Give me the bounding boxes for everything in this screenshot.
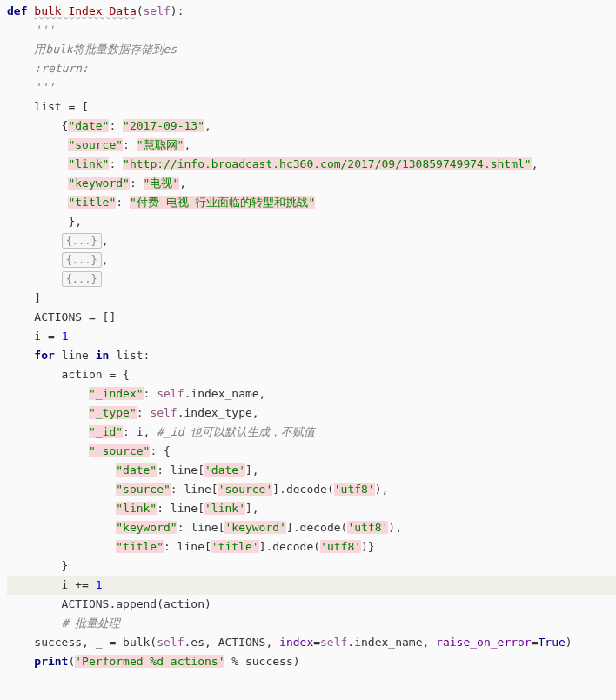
string-value: 'Performed %d actions' (75, 655, 224, 668)
code-line: "_index": self.index_name, (7, 384, 616, 403)
string-key: "date" (116, 463, 157, 477)
docstring: ''' (7, 23, 55, 37)
string-value: "电视" (144, 177, 180, 190)
string-value: 'date' (204, 463, 245, 477)
code-line: "date": line['date'], (7, 461, 616, 480)
code-line: "link": "http://info.broadcast.hc360.com… (7, 155, 616, 174)
keyword-def: def (7, 4, 34, 17)
code-line: "link": line['link'], (7, 499, 616, 518)
code-fold[interactable]: {...} (62, 233, 102, 249)
string-key: "source" (68, 138, 123, 151)
code-line: "_type": self.index_type, (7, 403, 616, 423)
code-line: {...}, (7, 250, 616, 270)
code-line: ACTIONS = [] (7, 308, 616, 327)
code-line: # 批量处理 (7, 614, 616, 633)
code-editor[interactable]: def bulk_Index_Data(self): ''' 用bulk将批量数… (0, 2, 616, 671)
kwarg: index (279, 636, 313, 649)
string-value: "http://info.broadcast.hc360.com/2017/09… (123, 157, 532, 170)
string-value: "付费 电视 行业面临的转型和挑战" (130, 196, 315, 209)
string-value: 'title' (211, 540, 259, 553)
string-key: "link" (116, 502, 157, 515)
code-line: }, (7, 212, 616, 231)
code-line: ] (7, 289, 616, 308)
code-line: 用bulk将批量数据存储到es (7, 40, 616, 59)
string-key: "_index" (89, 387, 144, 400)
code-line: "keyword": line['keyword'].decode('utf8'… (7, 518, 616, 537)
code-line: "source": line['source'].decode('utf8'), (7, 480, 616, 499)
code-line: {"date": "2017-09-13", (7, 117, 616, 136)
comment: #_id 也可以默认生成，不赋值 (157, 425, 315, 438)
string-key: "date" (68, 119, 109, 132)
code-line: "title": "付费 电视 行业面临的转型和挑战" (7, 193, 616, 212)
keyword-print: print (7, 655, 68, 668)
code-line: ACTIONS.append(action) (7, 595, 616, 614)
string-key: "link" (68, 157, 109, 170)
code-line: ''' (7, 78, 616, 97)
string-value: 'utf8' (347, 521, 388, 534)
code-line: } (7, 557, 616, 576)
string-key: "title" (68, 196, 116, 209)
code-line: print('Performed %d actions' % success) (7, 652, 616, 671)
function-name: bulk_Index_Data (34, 4, 136, 17)
self-ref: self (150, 406, 177, 419)
code-line: {...} (7, 270, 616, 289)
keyword-for: for (7, 349, 62, 362)
self-ref: self (157, 387, 184, 400)
string-value: 'keyword' (224, 521, 285, 534)
boolean: True (539, 636, 566, 649)
code-line: "_source": { (7, 442, 616, 461)
string-key: "_id" (89, 425, 123, 438)
code-fold[interactable]: {...} (62, 252, 102, 268)
string-key: "_type" (89, 406, 137, 419)
code-line: :return: (7, 59, 616, 78)
kwarg: raise_on_error (436, 636, 532, 649)
number-literal: 1 (62, 330, 69, 343)
string-key: "source" (116, 483, 171, 496)
string-key: "title" (116, 540, 164, 553)
comment: # 批量处理 (62, 617, 121, 630)
docstring: ''' (7, 81, 55, 94)
string-value: 'link' (204, 502, 245, 515)
keyword-in: in (96, 349, 116, 362)
string-value: 'source' (218, 483, 273, 496)
code-line: "_id": i, #_id 也可以默认生成，不赋值 (7, 423, 616, 442)
string-value: "2017-09-13" (123, 119, 204, 132)
string-key: "keyword" (116, 521, 177, 534)
string-value: "慧聪网" (137, 138, 184, 151)
docstring: :return: (7, 62, 89, 75)
string-key: "_source" (89, 444, 150, 457)
code-line: action = { (7, 365, 616, 384)
string-value: 'utf8' (334, 483, 375, 496)
code-line: "title": line['title'].decode('utf8')} (7, 537, 616, 557)
docstring: 用bulk将批量数据存储到es (7, 43, 177, 56)
code-line: "keyword": "电视", (7, 174, 616, 193)
code-line: def bulk_Index_Data(self): (7, 2, 616, 21)
code-line: ''' (7, 21, 616, 40)
self-ref: self (157, 636, 184, 649)
string-value: 'utf8' (320, 540, 361, 553)
string-key: "keyword" (68, 177, 129, 190)
code-line: success, _ = bulk(self.es, ACTIONS, inde… (7, 633, 616, 652)
self-param: self (144, 4, 171, 17)
code-fold[interactable]: {...} (62, 271, 102, 287)
code-line: list = [ (7, 97, 616, 117)
code-line: "source": "慧聪网", (7, 136, 616, 155)
code-line: {...}, (7, 231, 616, 250)
self-ref: self (320, 636, 347, 649)
code-line: for line in list: (7, 346, 616, 365)
code-line-highlighted: i += 1 (7, 576, 616, 595)
code-line: i = 1 (7, 327, 616, 346)
number-literal: 1 (96, 578, 103, 591)
